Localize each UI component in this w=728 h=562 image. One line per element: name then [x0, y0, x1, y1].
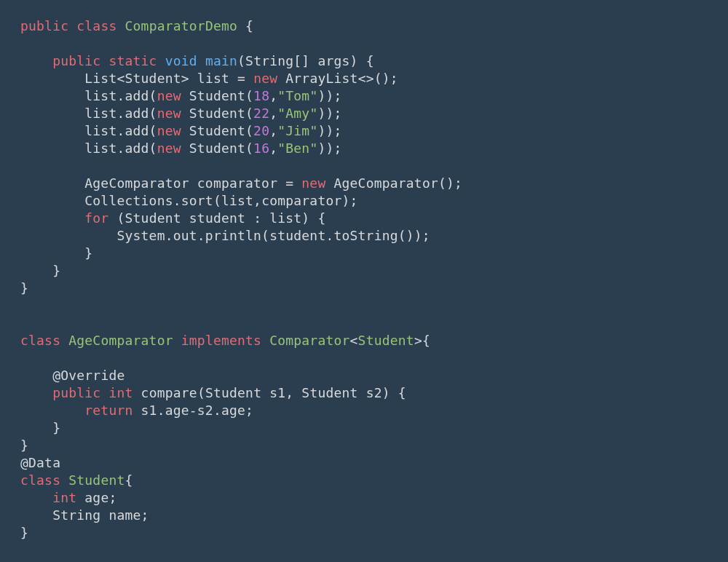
student-name-0: "Tom"	[277, 88, 317, 103]
student-name-3: "Ben"	[277, 140, 317, 156]
student-age-1: 22	[253, 106, 269, 121]
student-age-2: 20	[253, 123, 269, 138]
field-age: age;	[84, 490, 116, 505]
class2-name: AgeComparator	[68, 333, 173, 348]
kw-public: public	[20, 18, 68, 33]
class-name: ComparatorDemo	[125, 18, 238, 33]
class3-name: Student	[68, 472, 124, 488]
code-block: public class ComparatorDemo { public sta…	[0, 0, 728, 559]
student-age-0: 18	[253, 88, 269, 103]
student-age-3: 16	[253, 140, 269, 156]
return-expr: s1.age-s2.age;	[141, 403, 254, 418]
student-name-1: "Amy"	[277, 106, 317, 121]
println-line: System.out.println(student.toString());	[116, 228, 430, 243]
data-annotation: @Data	[20, 455, 60, 470]
kw-class: class	[76, 18, 116, 33]
field-name: name;	[108, 507, 149, 523]
student-name-2: "Jim"	[277, 123, 317, 138]
override-annotation: @Override	[52, 368, 124, 383]
